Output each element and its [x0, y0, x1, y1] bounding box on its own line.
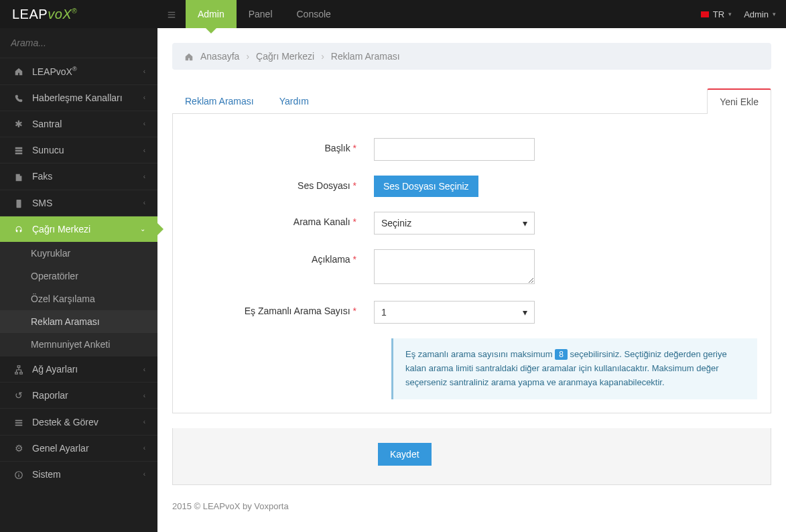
label-concurrent: Eş Zamanlı Arama Sayısı *	[186, 301, 374, 316]
home-icon	[12, 66, 25, 76]
sidebar-toggle[interactable]	[157, 0, 186, 28]
user-label: Admin	[744, 9, 769, 19]
choose-sound-button[interactable]: Ses Dosyası Seçiniz	[374, 176, 478, 197]
brand-leap: LEAP	[12, 7, 48, 21]
topnav-console[interactable]: Console	[285, 0, 343, 28]
chevron-left-icon: ‹	[143, 147, 145, 154]
tab-yardim[interactable]: Yardım	[267, 88, 322, 114]
sidebar-item-faks[interactable]: Faks ‹	[0, 163, 157, 189]
sidebar-item-system[interactable]: Sistem ‹	[0, 461, 157, 487]
sidebar-item-reports[interactable]: ↺ Raporlar ‹	[0, 382, 157, 408]
label-channel: Arama Kanalı *	[186, 212, 374, 227]
sidebar-subitem-greeting[interactable]: Özel Karşılama	[0, 287, 157, 310]
chevron-left-icon: ‹	[143, 199, 145, 206]
alert-badge: 8	[555, 349, 568, 360]
fax-icon	[12, 171, 25, 182]
textarea-description[interactable]	[374, 249, 535, 284]
topnav-admin[interactable]: Admin	[186, 0, 237, 28]
label-description: Açıklama *	[186, 249, 374, 265]
chevron-left-icon: ‹	[143, 418, 145, 425]
label-title: Başlık *	[186, 138, 374, 153]
server-icon	[12, 145, 25, 155]
sidebar-item-label: SMS	[32, 198, 52, 208]
chevron-left-icon: ‹	[143, 173, 145, 180]
sidebar-item-label: Santral	[32, 119, 62, 129]
search-input[interactable]	[11, 38, 147, 48]
chevron-left-icon: ‹	[143, 94, 145, 101]
language-selector[interactable]: TR ▾	[701, 9, 732, 19]
sitemap-icon	[12, 364, 25, 375]
brand-logo[interactable]: LEAPvoX®	[0, 0, 157, 28]
cogs-icon: ⚙	[12, 443, 25, 454]
chevron-left-icon: ‹	[143, 68, 145, 75]
flag-icon	[701, 11, 709, 17]
chevron-left-icon: ‹	[143, 470, 145, 478]
info-alert: Eş zamanlı arama sayısını maksimum 8 seç…	[391, 338, 757, 399]
sidebar-item-sms[interactable]: SMS ‹	[0, 190, 157, 216]
chevron-down-icon: ▾	[728, 11, 732, 17]
chevron-left-icon: ‹	[143, 366, 145, 373]
sidebar-item-label: Sistem	[32, 469, 61, 480]
sidebar-item-leapvox[interactable]: LEAPvoX® ‹	[0, 58, 157, 84]
sidebar-item-network[interactable]: Ağ Ayarları ‹	[0, 356, 157, 382]
select-concurrent[interactable]: 1	[374, 301, 535, 324]
breadcrumb-level1[interactable]: Çağrı Merkezi	[256, 51, 314, 62]
alert-text-pre: Eş zamanlı arama sayısını maksimum	[405, 349, 553, 359]
mobile-icon	[12, 198, 25, 208]
menu-icon	[167, 9, 176, 19]
chevron-down-icon: ⌄	[140, 225, 145, 232]
user-menu[interactable]: Admin ▾	[744, 9, 776, 19]
history-icon: ↺	[12, 390, 25, 401]
tasks-icon	[12, 416, 25, 427]
sidebar-item-label: LEAPvoX®	[32, 66, 77, 77]
sidebar-item-label: Haberleşme Kanalları	[32, 92, 123, 103]
info-icon	[12, 469, 25, 480]
sidebar-item-santral[interactable]: ✱ Santral ‹	[0, 111, 157, 137]
sidebar-item-settings[interactable]: ⚙ Genel Ayarlar ‹	[0, 435, 157, 461]
breadcrumb-level2: Reklam Araması	[331, 51, 400, 62]
sidebar-item-label: Genel Ayarlar	[32, 443, 89, 454]
sidebar-subitem-survey[interactable]: Memnuniyet Anketi	[0, 333, 157, 356]
sidebar-item-support[interactable]: Destek & Görev ‹	[0, 408, 157, 434]
brand-vox: voX	[48, 7, 72, 21]
gear-icon: ✱	[12, 119, 25, 129]
home-icon	[184, 51, 194, 62]
chevron-down-icon: ▾	[773, 11, 776, 17]
chevron-right-icon: ›	[321, 51, 324, 62]
breadcrumb: Anasayfa › Çağrı Merkezi › Reklam Aramas…	[172, 43, 771, 70]
save-button[interactable]: Kaydet	[378, 443, 432, 466]
sidebar-item-label: Destek & Görev	[32, 417, 99, 427]
sidebar-subitem-queues[interactable]: Kuyruklar	[0, 242, 157, 265]
brand-reg: ®	[72, 7, 77, 15]
sidebar-subitem-adcall[interactable]: Reklam Araması	[0, 310, 157, 333]
chevron-left-icon: ‹	[143, 392, 145, 399]
chevron-left-icon: ‹	[143, 120, 145, 127]
tab-yeni-ekle[interactable]: Yeni Ekle	[707, 88, 771, 114]
sidebar-item-label: Faks	[32, 171, 52, 182]
svg-rect-0	[17, 200, 21, 208]
footer-text: 2015 © LEAPvoX by Voxporta	[172, 501, 771, 511]
chevron-right-icon: ›	[246, 51, 249, 62]
language-label: TR	[713, 9, 724, 19]
tab-reklam-aramasi[interactable]: Reklam Araması	[172, 88, 267, 114]
headset-icon	[12, 224, 25, 235]
phone-icon	[12, 92, 25, 103]
sidebar-item-label: Çağrı Merkezi	[32, 224, 90, 235]
input-title[interactable]	[374, 138, 535, 161]
sidebar-item-call-center[interactable]: Çağrı Merkezi ⌄	[0, 216, 157, 242]
sidebar-item-channels[interactable]: Haberleşme Kanalları ‹	[0, 84, 157, 111]
sidebar-item-label: Ağ Ayarları	[32, 364, 78, 375]
sidebar-item-sunucu[interactable]: Sunucu ‹	[0, 137, 157, 163]
label-sound: Ses Dosyası *	[186, 176, 374, 191]
select-channel-value: Seçiniz	[381, 218, 411, 228]
topnav-panel[interactable]: Panel	[237, 0, 285, 28]
sidebar-subitem-operators[interactable]: Operatörler	[0, 265, 157, 287]
breadcrumb-home[interactable]: Anasayfa	[200, 51, 239, 62]
select-concurrent-value: 1	[381, 307, 387, 318]
chevron-left-icon: ‹	[143, 444, 145, 452]
sidebar-item-label: Raporlar	[32, 390, 68, 401]
sidebar-item-label: Sunucu	[32, 145, 64, 155]
select-channel[interactable]: Seçiniz	[374, 212, 535, 235]
